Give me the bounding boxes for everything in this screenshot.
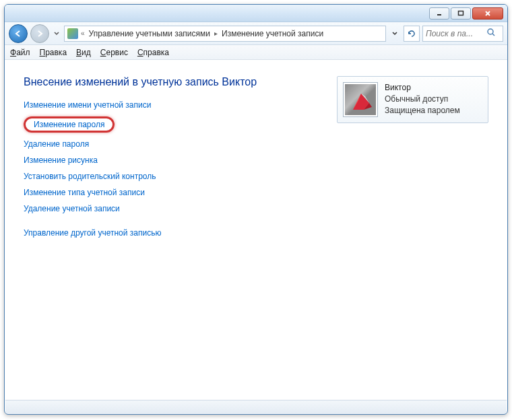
close-icon (484, 10, 492, 17)
task-parental-controls[interactable]: Установить родительский контроль (24, 172, 296, 181)
task-change-password[interactable]: Изменение пароля (24, 116, 115, 133)
breadcrumb-dropdown[interactable] (389, 28, 401, 40)
svg-rect-1 (459, 11, 463, 15)
menu-file[interactable]: Файл (10, 48, 30, 57)
control-panel-icon (67, 28, 78, 39)
nav-history-dropdown[interactable] (52, 28, 61, 40)
forward-arrow-icon (35, 29, 44, 38)
refresh-icon (407, 29, 416, 38)
search-input[interactable] (426, 29, 486, 38)
search-icon (486, 28, 496, 39)
task-delete-password[interactable]: Удаление пароля (24, 139, 296, 149)
window: « Управление учетными записями ▸ Изменен… (4, 4, 508, 415)
svg-line-5 (492, 34, 494, 36)
breadcrumb-seg-accounts[interactable]: Управление учетными записями (88, 29, 212, 38)
task-change-picture[interactable]: Изменение рисунка (24, 155, 296, 165)
task-change-type[interactable]: Изменение типа учетной записи (24, 188, 296, 197)
content: Внесение изменений в учетную запись Викт… (5, 60, 507, 260)
back-arrow-icon (13, 29, 23, 38)
menu-help[interactable]: Справка (137, 48, 169, 57)
back-button[interactable] (9, 24, 28, 43)
task-rename-account[interactable]: Изменение имени учетной записи (24, 100, 296, 110)
user-name: Виктор (385, 82, 460, 94)
close-button[interactable] (472, 7, 503, 20)
origami-icon (349, 91, 373, 112)
maximize-icon (457, 10, 464, 17)
user-info: Виктор Обычный доступ Защищена паролем (385, 82, 460, 117)
search-box[interactable] (422, 26, 503, 42)
menubar: Файл Правка Вид Сервис Справка (5, 45, 507, 60)
statusbar (5, 400, 507, 413)
task-manage-other[interactable]: Управление другой учетной записью (24, 228, 296, 238)
chevron-right-icon: ▸ (214, 30, 218, 37)
refresh-button[interactable] (404, 26, 420, 42)
menu-edit[interactable]: Правка (40, 48, 67, 57)
titlebar (5, 5, 507, 22)
chevron-down-icon (54, 32, 59, 36)
tasks-column: Внесение изменений в учетную запись Викт… (24, 76, 296, 244)
breadcrumb-seg-change[interactable]: Изменение учетной записи (220, 29, 325, 38)
forward-button[interactable] (30, 24, 49, 43)
navbar: « Управление учетными записями ▸ Изменен… (5, 22, 507, 45)
user-password-status: Защищена паролем (385, 105, 460, 116)
menu-tools[interactable]: Сервис (100, 48, 128, 57)
breadcrumb[interactable]: « Управление учетными записями ▸ Изменен… (64, 26, 386, 42)
breadcrumb-prefix: « (81, 30, 85, 37)
minimize-icon (436, 10, 443, 17)
svg-point-4 (488, 29, 493, 34)
task-delete-account[interactable]: Удаление учетной записи (24, 204, 296, 213)
user-picture (343, 82, 378, 117)
chevron-down-icon (392, 32, 397, 36)
maximize-button[interactable] (451, 7, 471, 20)
minimize-button[interactable] (429, 7, 449, 20)
menu-view[interactable]: Вид (76, 48, 91, 57)
user-access-level: Обычный доступ (385, 94, 460, 105)
page-title: Внесение изменений в учетную запись Викт… (24, 76, 296, 88)
user-card: Виктор Обычный доступ Защищена паролем (337, 76, 488, 123)
